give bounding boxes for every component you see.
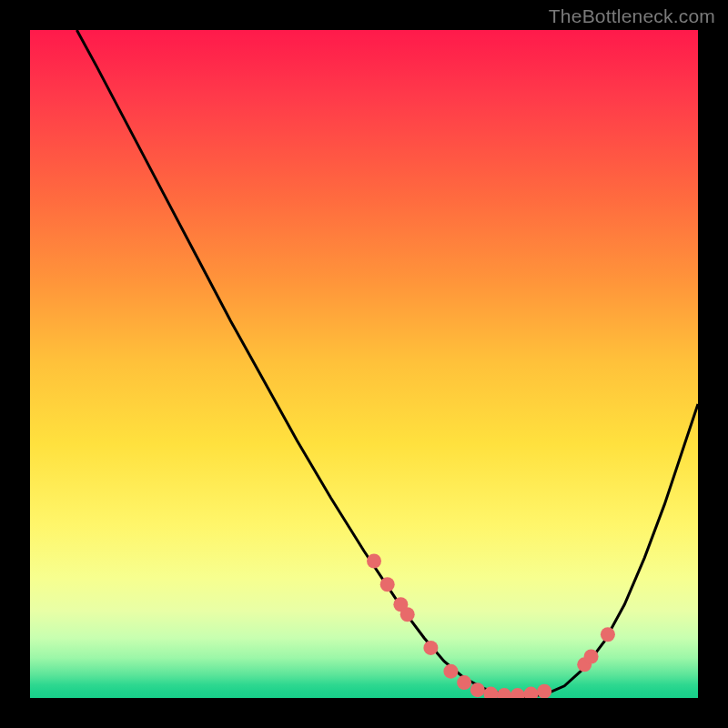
- highlight-dot: [601, 627, 615, 642]
- chart-frame: TheBottleneck.com: [0, 0, 728, 728]
- highlight-dot: [380, 577, 395, 592]
- highlight-dot: [524, 687, 539, 698]
- highlight-dot: [511, 688, 525, 698]
- highlight-dot: [497, 688, 511, 698]
- highlight-dot: [423, 641, 438, 655]
- highlight-dot: [457, 675, 471, 690]
- highlight-dot: [400, 607, 415, 622]
- chart-svg: [30, 30, 698, 698]
- highlight-dot: [470, 682, 485, 697]
- highlight-dot: [443, 664, 458, 679]
- highlight-dot: [584, 649, 599, 663]
- plot-area: [30, 30, 698, 698]
- highlight-dot: [537, 684, 551, 698]
- highlight-dot: [367, 554, 381, 569]
- bottleneck-curve: [76, 30, 698, 697]
- highlight-dots: [367, 554, 615, 698]
- watermark-text: TheBottleneck.com: [549, 5, 715, 27]
